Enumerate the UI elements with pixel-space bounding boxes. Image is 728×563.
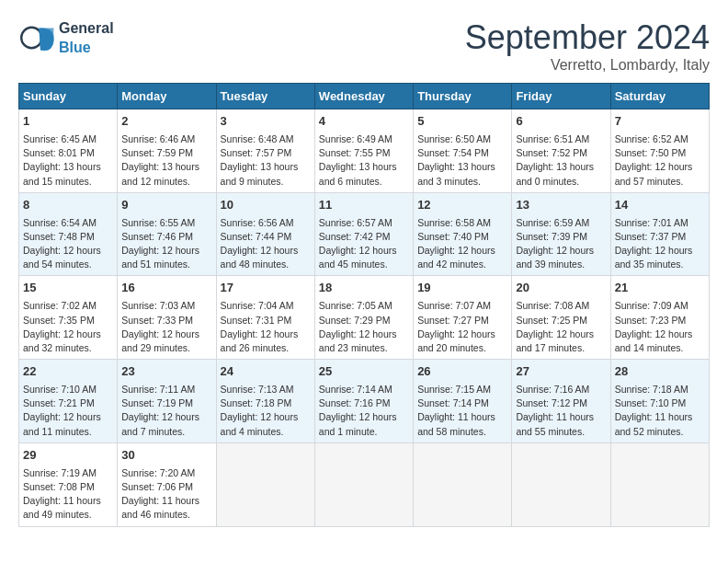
logo: General Blue xyxy=(18,18,114,57)
calendar-cell: 17Sunrise: 7:04 AMSunset: 7:31 PMDayligh… xyxy=(216,276,314,360)
calendar-cell: 28Sunrise: 7:18 AMSunset: 7:10 PMDayligh… xyxy=(610,360,709,443)
day-number: 3 xyxy=(221,113,311,131)
day-info-line: and 6 minutes. xyxy=(319,175,409,189)
calendar-cell: 22Sunrise: 7:10 AMSunset: 7:21 PMDayligh… xyxy=(19,360,118,443)
day-number: 11 xyxy=(319,197,409,214)
day-info-line: and 26 minutes. xyxy=(221,341,311,355)
day-info-line: and 11 minutes. xyxy=(23,425,113,439)
day-info-line: Sunrise: 6:48 AM xyxy=(221,132,311,146)
day-number: 16 xyxy=(121,280,211,297)
calendar-cell: 30Sunrise: 7:20 AMSunset: 7:06 PMDayligh… xyxy=(118,442,216,526)
day-info-line: Sunrise: 7:02 AM xyxy=(23,299,113,313)
weekday-header: Thursday xyxy=(414,84,512,109)
day-info-line: Sunrise: 6:46 AM xyxy=(121,132,211,146)
calendar-cell xyxy=(414,442,512,526)
day-info-line: and 29 minutes. xyxy=(121,341,211,355)
day-number: 17 xyxy=(221,280,311,297)
day-info-line: Sunset: 7:57 PM xyxy=(221,146,311,160)
day-number: 7 xyxy=(615,113,705,131)
day-info-line: and 7 minutes. xyxy=(121,425,211,439)
month-title: September 2024 xyxy=(465,18,710,57)
day-info-line: and 46 minutes. xyxy=(121,508,211,522)
day-info-line: Daylight: 13 hours xyxy=(516,160,606,174)
calendar-cell: 9Sunrise: 6:55 AMSunset: 7:46 PMDaylight… xyxy=(118,192,216,276)
calendar-cell: 15Sunrise: 7:02 AMSunset: 7:35 PMDayligh… xyxy=(19,276,118,360)
day-info-line: and 15 minutes. xyxy=(23,175,113,189)
day-number: 22 xyxy=(23,363,113,381)
day-info-line: and 52 minutes. xyxy=(615,425,705,439)
day-info-line: Sunset: 7:10 PM xyxy=(615,396,705,410)
calendar-cell: 7Sunrise: 6:52 AMSunset: 7:50 PMDaylight… xyxy=(610,109,709,193)
day-info-line: Sunrise: 6:52 AM xyxy=(615,132,705,146)
calendar-cell: 16Sunrise: 7:03 AMSunset: 7:33 PMDayligh… xyxy=(118,276,216,360)
day-info-line: Sunrise: 6:54 AM xyxy=(23,216,113,230)
calendar-cell: 11Sunrise: 6:57 AMSunset: 7:42 PMDayligh… xyxy=(314,192,413,276)
day-info-line: Sunset: 7:42 PM xyxy=(319,230,409,244)
day-info-line: Sunset: 7:14 PM xyxy=(417,396,507,410)
day-info-line: and 9 minutes. xyxy=(221,175,311,189)
day-number: 1 xyxy=(23,113,113,131)
day-info-line: Daylight: 12 hours xyxy=(615,160,705,174)
calendar-cell: 29Sunrise: 7:19 AMSunset: 7:08 PMDayligh… xyxy=(19,442,118,526)
calendar-cell: 14Sunrise: 7:01 AMSunset: 7:37 PMDayligh… xyxy=(610,192,709,276)
day-number: 8 xyxy=(23,197,113,214)
day-info-line: Sunrise: 7:04 AM xyxy=(221,299,311,313)
day-info-line: Sunset: 7:19 PM xyxy=(121,396,211,410)
day-info-line: Sunrise: 7:07 AM xyxy=(417,299,507,313)
day-info-line: and 1 minute. xyxy=(319,425,409,439)
calendar-cell: 25Sunrise: 7:14 AMSunset: 7:16 PMDayligh… xyxy=(314,360,413,443)
day-info-line: Sunset: 7:39 PM xyxy=(516,230,606,244)
day-info-line: Sunrise: 7:01 AM xyxy=(615,216,705,230)
day-info-line: Sunrise: 7:11 AM xyxy=(121,383,211,396)
weekday-header: Sunday xyxy=(19,84,118,109)
calendar-cell: 2Sunrise: 6:46 AMSunset: 7:59 PMDaylight… xyxy=(118,109,216,193)
day-info-line: Sunset: 7:52 PM xyxy=(516,146,606,160)
day-info-line: Sunset: 8:01 PM xyxy=(23,146,113,160)
calendar-cell xyxy=(314,442,413,526)
day-number: 27 xyxy=(516,363,606,381)
day-info-line: and 48 minutes. xyxy=(221,258,311,271)
day-info-line: Sunrise: 6:59 AM xyxy=(516,216,606,230)
calendar-cell: 24Sunrise: 7:13 AMSunset: 7:18 PMDayligh… xyxy=(216,360,314,443)
day-info-line: and 14 minutes. xyxy=(615,341,705,355)
day-info-line: Sunrise: 6:57 AM xyxy=(319,216,409,230)
day-info-line: Daylight: 12 hours xyxy=(615,244,705,258)
day-info-line: Sunset: 7:12 PM xyxy=(516,396,606,410)
day-info-line: Sunrise: 6:51 AM xyxy=(516,132,606,146)
day-info-line: Sunrise: 6:50 AM xyxy=(417,132,507,146)
day-info-line: and 20 minutes. xyxy=(417,341,507,355)
title-block: September 2024 Verretto, Lombardy, Italy xyxy=(465,18,710,74)
weekday-header: Saturday xyxy=(610,84,709,109)
day-info-line: Daylight: 12 hours xyxy=(221,244,311,258)
weekday-header: Monday xyxy=(118,84,216,109)
calendar-cell: 3Sunrise: 6:48 AMSunset: 7:57 PMDaylight… xyxy=(216,109,314,193)
day-info-line: Daylight: 12 hours xyxy=(319,327,409,341)
day-info-line: Sunset: 7:54 PM xyxy=(417,146,507,160)
day-info-line: Sunrise: 7:03 AM xyxy=(121,299,211,313)
day-info-line: Sunset: 7:23 PM xyxy=(615,314,705,327)
day-info-line: Sunrise: 7:18 AM xyxy=(615,383,705,396)
day-info-line: Sunset: 7:21 PM xyxy=(23,396,113,410)
day-info-line: Daylight: 12 hours xyxy=(121,410,211,424)
calendar-cell xyxy=(216,442,314,526)
day-info-line: Sunrise: 7:20 AM xyxy=(121,466,211,480)
day-info-line: Daylight: 12 hours xyxy=(516,244,606,258)
day-info-line: and 0 minutes. xyxy=(516,175,606,189)
day-number: 28 xyxy=(615,363,705,381)
day-number: 12 xyxy=(417,197,507,214)
location-subtitle: Verretto, Lombardy, Italy xyxy=(465,57,710,74)
day-info-line: Daylight: 11 hours xyxy=(516,410,606,424)
day-number: 14 xyxy=(615,197,705,214)
day-info-line: Daylight: 12 hours xyxy=(319,244,409,258)
day-info-line: Daylight: 12 hours xyxy=(319,410,409,424)
day-info-line: Daylight: 12 hours xyxy=(221,327,311,341)
day-number: 29 xyxy=(23,447,113,465)
day-info-line: Sunrise: 7:15 AM xyxy=(417,383,507,396)
calendar-cell: 20Sunrise: 7:08 AMSunset: 7:25 PMDayligh… xyxy=(512,276,610,360)
day-info-line: Sunrise: 7:13 AM xyxy=(221,383,311,396)
day-info-line: Sunrise: 6:49 AM xyxy=(319,132,409,146)
day-info-line: and 23 minutes. xyxy=(319,341,409,355)
day-info-line: and 12 minutes. xyxy=(121,175,211,189)
calendar-cell: 27Sunrise: 7:16 AMSunset: 7:12 PMDayligh… xyxy=(512,360,610,443)
day-number: 4 xyxy=(319,113,409,131)
